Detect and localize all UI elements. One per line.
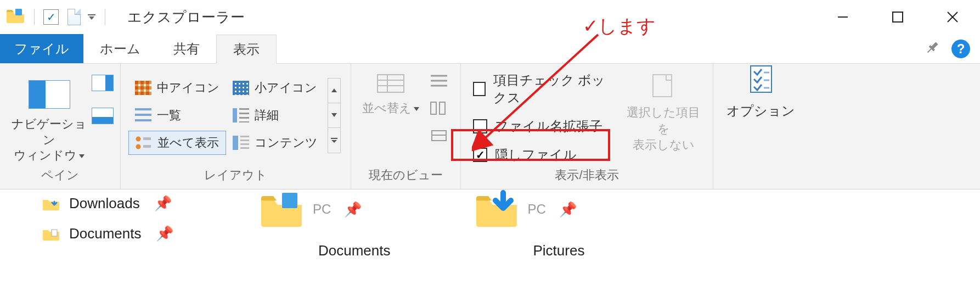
pin-icon[interactable]: 📌 — [344, 201, 362, 218]
sidebar-documents-label: Documents — [69, 225, 142, 242]
qat-customize-dropdown[interactable] — [87, 13, 96, 21]
titlebar-separator — [34, 9, 35, 25]
group-label-options — [713, 166, 808, 189]
hide-selected-icon — [647, 71, 679, 99]
sort-by-label: 並べ替え — [362, 101, 412, 115]
options-button[interactable]: オプション — [713, 64, 808, 166]
folder-tile-pictures[interactable]: PC 📌 Pictures — [473, 189, 585, 290]
folder-download-large-icon — [473, 189, 520, 229]
pin-icon[interactable]: 📌 — [156, 225, 173, 242]
folder-download-icon — [42, 196, 60, 211]
svg-rect-24 — [52, 230, 57, 236]
sidebar-item-downloads[interactable]: Downloads 📌 — [42, 195, 192, 212]
pin-icon[interactable]: 📌 — [154, 195, 172, 212]
titlebar-separator-2 — [105, 9, 105, 25]
tile-pictures-label: Pictures — [533, 242, 585, 259]
group-label-layout: レイアウト — [121, 164, 351, 189]
sidebar: Downloads 📌 Documents 📌 — [0, 189, 192, 290]
checkbox-hidden-files-label: 隠しファイル — [495, 146, 577, 164]
layout-small-label: 小アイコン — [255, 80, 317, 96]
checkbox-item-checkboxes-label: 項目チェック ボックス — [493, 71, 612, 107]
folder-large-icon — [258, 189, 305, 229]
window-title: エクスプローラー — [127, 8, 245, 27]
group-show-hide: 項目チェック ボックス ファイル名拡張子 隠しファイル 選択した項目を — [461, 64, 713, 189]
add-columns-button[interactable] — [428, 99, 450, 118]
layout-tiles[interactable]: 並べて表示 — [128, 131, 226, 155]
checkbox-file-extensions[interactable]: ファイル名拡張子 — [473, 118, 612, 135]
ribbon-tabstrip: ファイル ホーム 共有 表示 ? — [0, 34, 980, 64]
group-panes: ナビゲーション ウィンドウ ペイン — [0, 64, 121, 189]
group-current-view: 並べ替え 現在のビュー — [351, 64, 461, 189]
layout-tiles-label: 並べて表示 — [157, 135, 219, 151]
folder-tile-documents[interactable]: PC 📌 Documents — [258, 189, 391, 290]
help-button[interactable]: ? — [951, 40, 970, 58]
layout-content[interactable]: コンテンツ — [226, 131, 324, 155]
sidebar-item-documents[interactable]: Documents 📌 — [42, 225, 192, 242]
pin-icon[interactable]: 📌 — [559, 201, 577, 218]
layout-gallery-spinner — [328, 78, 341, 153]
hide-selected-l2: 表示しない — [633, 138, 695, 152]
layout-gallery-expand[interactable] — [328, 128, 340, 153]
layout-medium-label: 中アイコン — [157, 80, 219, 96]
layout-details-label: 詳細 — [255, 107, 279, 124]
svg-rect-7 — [927, 48, 932, 53]
navigation-pane-icon — [29, 80, 70, 109]
group-label-panes: ペイン — [0, 164, 120, 189]
checkbox-icon — [473, 119, 487, 133]
tab-home[interactable]: ホーム — [83, 34, 157, 63]
minimize-ribbon-pin-icon[interactable] — [924, 40, 940, 58]
title-bar-left: ✓ エクスプローラー — [0, 8, 245, 27]
layout-scroll-down[interactable] — [328, 103, 340, 128]
tab-view[interactable]: 表示 — [216, 35, 277, 64]
group-by-button[interactable] — [428, 71, 450, 90]
layout-small-icons[interactable]: 小アイコン — [226, 76, 324, 100]
maximize-button[interactable] — [870, 0, 925, 34]
checkbox-icon-checked — [473, 148, 487, 162]
tab-share[interactable]: 共有 — [157, 34, 216, 63]
tile-pc-label-2: PC — [528, 202, 546, 217]
options-label: オプション — [726, 102, 795, 120]
minimize-button[interactable] — [815, 0, 870, 34]
sort-by-button[interactable]: 並べ替え — [362, 71, 419, 116]
group-label-curview: 現在のビュー — [351, 164, 460, 189]
options-icon — [747, 64, 775, 94]
svg-rect-15 — [431, 102, 436, 114]
layout-medium-icons[interactable]: 中アイコン — [128, 76, 226, 100]
close-button[interactable] — [925, 0, 980, 34]
tile-pc-label-1: PC — [313, 202, 331, 217]
tile-documents-label: Documents — [318, 242, 391, 259]
checkbox-hidden-files[interactable]: 隠しファイル — [473, 146, 612, 164]
preview-pane-button[interactable] — [92, 75, 114, 91]
hide-selected-l1: 選択した項目を — [627, 105, 700, 136]
group-options: オプション — [713, 64, 808, 189]
size-columns-button[interactable] — [428, 126, 450, 145]
svg-rect-0 — [15, 9, 22, 15]
content-area: Downloads 📌 Documents 📌 PC 📌 Docu — [0, 189, 980, 290]
title-bar: ✓ エクスプローラー — [0, 0, 980, 34]
sort-icon — [374, 71, 407, 96]
layout-details[interactable]: 詳細 — [226, 103, 324, 127]
layout-scroll-up[interactable] — [328, 79, 340, 103]
layout-list-label: 一覧 — [157, 107, 181, 124]
nav-pane-label-l1: ナビゲーション — [12, 117, 87, 147]
group-layout: 中アイコン 一覧 並べて表示 小アイコン 詳細 コンテンツ レイアウト — [121, 64, 351, 189]
svg-rect-19 — [653, 75, 672, 97]
checkbox-item-checkboxes[interactable]: 項目チェック ボックス — [473, 71, 612, 107]
qat-newdoc-icon[interactable] — [67, 9, 81, 25]
tab-file[interactable]: ファイル — [0, 34, 83, 63]
layout-list[interactable]: 一覧 — [128, 103, 226, 127]
nav-pane-label-l2: ウィンドウ — [14, 148, 77, 162]
svg-rect-25 — [282, 193, 297, 208]
hide-selected-button[interactable]: 選択した項目を 表示しない — [627, 71, 701, 153]
checkbox-icon — [473, 82, 486, 96]
checkbox-file-ext-label: ファイル名拡張子 — [495, 118, 602, 135]
layout-content-label: コンテンツ — [255, 135, 318, 151]
navigation-pane-button[interactable]: ナビゲーション ウィンドウ — [7, 116, 92, 164]
svg-rect-8 — [378, 75, 404, 92]
window-controls — [815, 0, 980, 34]
group-label-showhide: 表示/非表示 — [461, 164, 713, 189]
ribbon-view: ナビゲーション ウィンドウ ペイン 中アイコン 一覧 並べて表示 小アイコン 詳… — [0, 64, 980, 189]
details-pane-button[interactable] — [92, 108, 114, 124]
svg-rect-2 — [893, 12, 903, 22]
qat-properties-icon[interactable]: ✓ — [43, 9, 59, 25]
